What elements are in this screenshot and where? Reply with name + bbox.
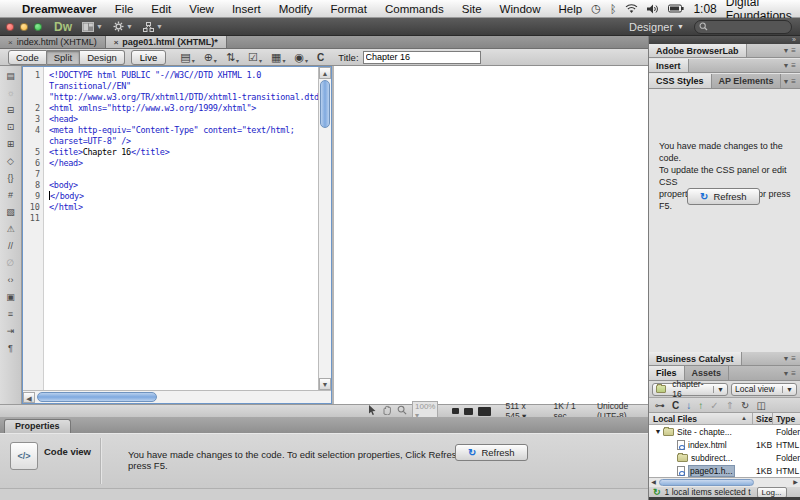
tab-assets[interactable]: Assets [685, 366, 730, 380]
horizontal-scroll-thumb[interactable] [37, 392, 157, 402]
layout-switcher-button[interactable]: ▼ [82, 22, 103, 32]
properties-tab[interactable]: Properties [4, 419, 71, 433]
file-name[interactable]: page01.h... [688, 465, 735, 477]
view-select[interactable]: Local view▼ [731, 383, 797, 396]
log-button[interactable]: Log... [757, 487, 787, 498]
move-css-icon[interactable]: ≡ [3, 307, 18, 320]
panel-arrow-icon[interactable]: ▼ [782, 62, 789, 69]
menu-file[interactable]: File [106, 3, 143, 15]
check-in-icon[interactable]: ⇑ [726, 400, 734, 411]
tab-ap-elements[interactable]: AP Elements [712, 74, 782, 88]
column-size[interactable]: Size [756, 414, 773, 424]
clock-icon[interactable]: ◷ [591, 2, 601, 15]
menu-modify[interactable]: Modify [270, 3, 322, 15]
scroll-left-button[interactable]: ◀ [649, 478, 658, 487]
tablet-size-icon[interactable] [464, 408, 473, 415]
panel-arrow-icon[interactable]: ▼ [782, 355, 789, 362]
zoom-tool-icon[interactable] [397, 405, 407, 417]
file-row[interactable]: subdirect...Folder [649, 451, 800, 464]
tab-files[interactable]: Files [649, 366, 685, 380]
code-horizontal-scrollbar[interactable]: ◀ [23, 390, 331, 403]
scroll-down-button[interactable]: ▼ [319, 378, 331, 390]
view-split-button[interactable]: Split [47, 50, 80, 65]
scroll-up-button[interactable]: ▲ [319, 67, 331, 79]
document-tab[interactable]: ×page01.html (XHTML)* [106, 36, 227, 48]
zoom-window-button[interactable] [34, 23, 42, 31]
workspace-switcher[interactable]: Designer▼ [629, 21, 684, 33]
refresh-design-view-icon[interactable]: C [317, 52, 324, 63]
wifi-icon[interactable] [625, 4, 638, 14]
vertical-scroll-thumb[interactable] [320, 80, 330, 128]
desktop-size-icon[interactable] [478, 407, 491, 416]
app-search-input[interactable] [711, 21, 785, 33]
code-editor-pane[interactable]: 1234567891011 <!DOCTYPE html PUBLIC "-//… [22, 66, 332, 404]
site-select[interactable]: chapter-16▼ [652, 383, 728, 396]
remove-comment-icon[interactable]: ∅ [3, 256, 18, 269]
check-out-icon[interactable]: ✓ [710, 400, 718, 411]
expander-icon[interactable]: ▼ [653, 428, 663, 435]
view-design-button[interactable]: Design [80, 50, 125, 65]
file-row[interactable]: page01.h...1KBHTML File [649, 464, 800, 477]
document-title-input[interactable] [363, 51, 481, 64]
file-management-icon[interactable]: ▤▾ [180, 51, 194, 64]
insert-panel-header[interactable]: Insert ▼≡ [649, 59, 800, 73]
column-type[interactable]: Type [776, 414, 795, 424]
expand-collapse-icon[interactable]: ◫ [756, 400, 765, 411]
check-browser-compat-icon[interactable]: ☑▾ [248, 51, 262, 64]
document-tab[interactable]: ×index.html (XHTML) [0, 36, 106, 48]
css-refresh-button[interactable]: ↻ Refresh [687, 188, 760, 205]
highlight-invalid-code-icon[interactable]: ▧ [3, 205, 18, 218]
file-name[interactable]: Site - chapte... [677, 427, 732, 437]
menu-edit[interactable]: Edit [142, 3, 180, 15]
browserlab-panel-header[interactable]: Adobe BrowserLab ▼≡ [649, 44, 800, 58]
collapse-selection-icon[interactable]: ⊡ [3, 120, 18, 133]
open-documents-icon[interactable]: ▤ [3, 69, 18, 82]
indent-code-icon[interactable]: ⇥ [3, 324, 18, 337]
pointer-tool-icon[interactable] [368, 405, 377, 417]
preview-in-browser-icon[interactable]: ⊕▾ [204, 51, 217, 64]
code-vertical-scrollbar[interactable]: ▲ ▼ [318, 67, 331, 390]
line-numbers-icon[interactable]: # [3, 188, 18, 201]
file-row[interactable]: index.html1KBHTML File [649, 438, 800, 451]
close-tab-icon[interactable]: × [114, 38, 119, 47]
scroll-right-button[interactable]: ▶ [791, 478, 800, 487]
menu-window[interactable]: Window [491, 3, 550, 15]
menu-dreamweaver[interactable]: Dreamweaver [22, 3, 106, 15]
battery-icon[interactable] [668, 4, 684, 13]
sort-icon[interactable]: ▲ [741, 415, 747, 421]
business-catalyst-panel-header[interactable]: Business Catalyst ▼≡ [649, 352, 800, 366]
show-code-navigator-icon[interactable]: ☼ [3, 86, 18, 99]
file-row[interactable]: ▼Site - chapte...Folder [649, 425, 800, 438]
design-view-pane[interactable] [332, 66, 648, 404]
format-source-code-icon[interactable]: ¶ [3, 341, 18, 354]
panel-menu-icon[interactable]: ≡ [791, 46, 796, 55]
menu-commands[interactable]: Commands [376, 3, 453, 15]
panel-menu-icon[interactable]: ≡ [791, 61, 796, 70]
synchronize-icon[interactable]: ↻ [741, 400, 749, 411]
panel-arrow-icon[interactable]: ▼ [782, 47, 789, 54]
view-code-button[interactable]: Code [8, 50, 47, 65]
panel-menu-icon[interactable]: ≡ [791, 354, 796, 363]
visual-aids-icon[interactable]: ▦▾ [271, 51, 285, 64]
site-menu-button[interactable]: ▼ [143, 22, 163, 32]
connect-remote-icon[interactable]: ⊶ [655, 400, 665, 411]
wrap-tag-icon[interactable]: ‹› [3, 273, 18, 286]
get-files-icon[interactable]: ↓ [686, 400, 691, 411]
volume-icon[interactable] [647, 4, 659, 14]
refresh-icon[interactable]: C [672, 400, 679, 411]
validate-markup-icon[interactable]: ⇅▾ [226, 51, 239, 64]
menu-format[interactable]: Format [322, 3, 376, 15]
file-name[interactable]: subdirect... [691, 453, 733, 463]
syntax-error-alerts-icon[interactable]: ⚠ [3, 222, 18, 235]
close-window-button[interactable] [6, 23, 14, 31]
menu-view[interactable]: View [180, 3, 223, 15]
files-horizontal-scrollbar[interactable]: ◀ ▶ [649, 477, 800, 487]
hand-tool-icon[interactable] [382, 405, 392, 417]
file-name[interactable]: index.html [688, 440, 727, 450]
select-parent-tag-icon[interactable]: ◇ [3, 154, 18, 167]
menu-site[interactable]: Site [453, 3, 491, 15]
collapse-full-tag-icon[interactable]: ⊟ [3, 103, 18, 116]
menu-help[interactable]: Help [550, 3, 592, 15]
scroll-left-button[interactable]: ◀ [23, 392, 35, 403]
apply-comment-icon[interactable]: // [3, 239, 18, 252]
